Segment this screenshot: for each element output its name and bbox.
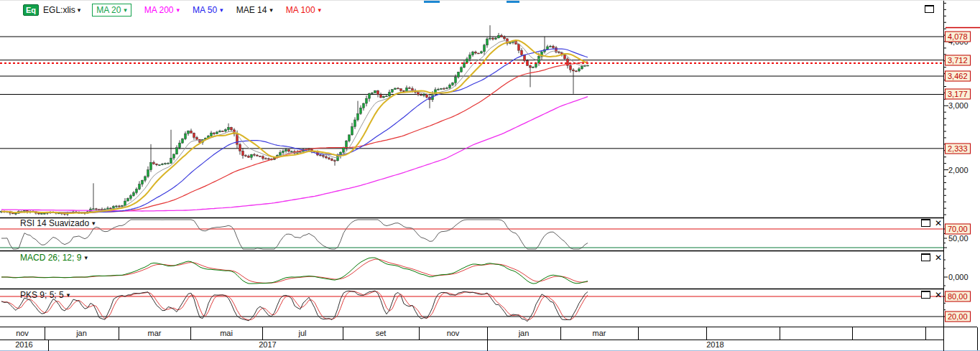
- indicator-ma-20[interactable]: MA 20▾: [92, 4, 131, 17]
- month-label: jan: [45, 329, 119, 337]
- moving-average-lines: [1, 40, 588, 213]
- tab-fragment: [424, 1, 440, 3]
- restore-panel-icon[interactable]: [921, 219, 930, 227]
- trading-chart-window: Eq EGL:xlis ▾ MA 20▾MA 200▾MA 50▾MAE 14▾…: [0, 0, 980, 351]
- month-label: nov: [419, 329, 487, 337]
- close-panel-icon[interactable]: ✕: [935, 254, 942, 261]
- indicator-ma-50[interactable]: MA 50▾: [193, 5, 223, 15]
- macd-panel-title[interactable]: MACD 26; 12; 9: [20, 253, 81, 263]
- chevron-down-icon[interactable]: ▾: [67, 292, 70, 299]
- month-label: mai: [190, 329, 262, 337]
- price-alert-label[interactable]: 4,078: [945, 32, 971, 42]
- chevron-down-icon: ▾: [124, 7, 127, 14]
- year-label: 2018: [487, 340, 943, 349]
- indicator-label: MA 100: [286, 5, 315, 15]
- price-alert-label[interactable]: 3,712: [945, 55, 971, 65]
- macd-zero-label: 0,000: [948, 273, 969, 281]
- chevron-down-icon: ▾: [220, 7, 223, 14]
- stoch-upper-label[interactable]: 80,00: [945, 291, 971, 302]
- chevron-down-icon[interactable]: ▾: [84, 255, 88, 261]
- indicator-mae-14[interactable]: MAE 14▾: [236, 5, 273, 15]
- chevron-down-icon: ▾: [177, 7, 180, 14]
- restore-panel-icon[interactable]: [921, 253, 930, 261]
- tab-fragment: [507, 1, 519, 3]
- chevron-down-icon: ▾: [318, 7, 322, 14]
- price-alert-label[interactable]: 3,177: [945, 89, 971, 100]
- restore-window-icon[interactable]: [925, 5, 934, 13]
- month-label: set: [343, 329, 419, 337]
- symbol-selector[interactable]: EGL:xlis ▾: [43, 5, 80, 15]
- indicator-label: MA 200: [144, 5, 174, 15]
- month-label: jan: [487, 329, 560, 337]
- year-label: 2017: [48, 340, 487, 349]
- indicator-label: MAE 14: [236, 5, 267, 15]
- close-panel-icon[interactable]: ✕: [935, 291, 942, 299]
- chevron-down-icon: ▾: [78, 7, 81, 14]
- price-axis-label: 3,000: [948, 101, 969, 110]
- chart-toolbar: Eq EGL:xlis ▾ MA 20▾MA 200▾MA 50▾MAE 14▾…: [23, 4, 321, 17]
- price-alert-label[interactable]: 3,462: [945, 71, 971, 82]
- pks-panel-title[interactable]: PKS 9; 5; 5: [20, 290, 64, 300]
- macd-series: [1, 258, 588, 284]
- indicator-label: MA 50: [193, 5, 217, 15]
- indicator-label: MA 20: [96, 5, 121, 15]
- rsi-mid-label: 50,00: [948, 234, 969, 243]
- equity-logo-icon: Eq: [23, 4, 39, 16]
- symbol-label: EGL:xlis: [43, 5, 75, 15]
- price-alert-label[interactable]: 2,333: [945, 143, 971, 154]
- stoch-lower-label[interactable]: 20,00: [945, 312, 971, 322]
- month-label: jul: [262, 329, 343, 337]
- axis-ticks: [943, 3, 948, 317]
- indicator-ma-200[interactable]: MA 200▾: [144, 5, 180, 15]
- rsi-panel-title[interactable]: RSI 14 Suavizado: [20, 218, 89, 228]
- month-label: mar: [560, 329, 638, 337]
- chevron-down-icon[interactable]: ▾: [92, 220, 96, 227]
- year-label: 2016: [0, 340, 48, 349]
- rsi-upper-label[interactable]: 70,00: [945, 224, 971, 235]
- candlestick-series: [1, 25, 589, 216]
- chevron-down-icon: ▾: [269, 7, 273, 14]
- price-axis-label: 2,000: [948, 166, 969, 174]
- indicator-ma-100[interactable]: MA 100▾: [286, 5, 321, 15]
- month-label: mar: [119, 329, 190, 337]
- restore-panel-icon[interactable]: [921, 291, 930, 299]
- month-label: nov: [0, 329, 45, 337]
- close-panel-icon[interactable]: ✕: [935, 220, 942, 227]
- chart-canvas[interactable]: [0, 1, 980, 351]
- indicator-chip-list: MA 20▾MA 200▾MA 50▾MAE 14▾MA 100▾: [92, 4, 321, 17]
